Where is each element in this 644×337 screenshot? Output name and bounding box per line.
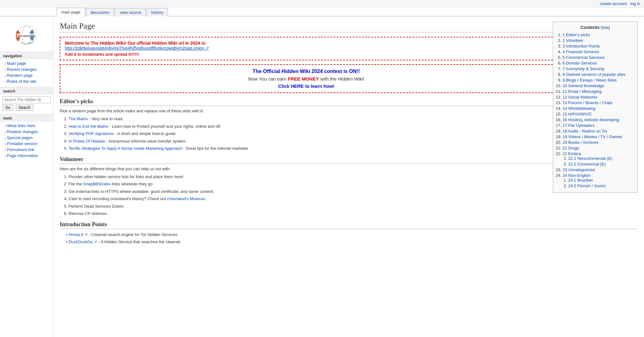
toc-item-16: 16 Hosting, website developing [563, 117, 633, 122]
tab-history[interactable]: history [147, 8, 168, 16]
intro-item-2: DuckDuckGo ↗ - A Hidden Service that sea… [66, 239, 638, 245]
vol-item-5: Perform Dead Services Duties [69, 203, 638, 210]
tools-section-title: tools [0, 114, 53, 121]
vol-item-1: Plunder other hidden service lists for l… [69, 174, 638, 180]
pick-desc-1: - Very nice to read. [89, 116, 123, 121]
pick-item-2: How to Exit the Matrix - Learn how to Pr… [69, 123, 638, 130]
announcement-line1: Welcome to The Hidden Wiki! Our official… [65, 41, 633, 51]
pick-link-4[interactable]: In Praise Of Hawala [69, 139, 105, 143]
pick-link-5[interactable]: Terrific Strategies To Apply A Social me… [69, 146, 182, 151]
tab-main-page[interactable]: main page [57, 8, 85, 16]
toc-item-11: 11 Email / Messaging [563, 89, 633, 94]
go-button[interactable]: Go [3, 104, 13, 111]
log-in-link[interactable]: log in [630, 1, 640, 6]
pick-item-1: The Matrix - Very nice to read. [69, 116, 638, 122]
sidebar-item-what-links-here[interactable]: What links here [0, 123, 53, 129]
announcement-bold: Welcome to The Hidden Wiki! [65, 41, 126, 46]
toc-list: 1 Editor's picks 2 Volunteer 3 Introduct… [563, 32, 633, 188]
ahmia-link[interactable]: Ahmia.fi ↗ [69, 232, 88, 237]
toc-item-24-2: 24.2 Finnish / Suomi [568, 183, 633, 188]
ahmia-desc: - Clearnet search engine for Tor Hidden … [89, 232, 178, 237]
contents-hide-link[interactable]: [hide] [601, 25, 610, 30]
top-bar: create account log in [0, 0, 644, 8]
page-title: Main Page [60, 21, 638, 32]
sidebar-item-main-page[interactable]: Main page [0, 60, 53, 66]
contest-title: The Official Hidden Wiki 2024 contest is… [65, 69, 633, 74]
pick-desc-4: - Anonymous informal value transfer syst… [106, 139, 187, 143]
navigation-list: Main page Recent changes Random page Rul… [0, 59, 53, 86]
vol-item-6: Remove CP shitness. [69, 211, 638, 217]
volunteer-intro: Here are the six different things that y… [60, 166, 638, 171]
logo-icon: The Hidden Wiki [11, 24, 42, 45]
contest-box: The Official Hidden Wiki 2024 contest is… [60, 64, 638, 93]
toc-item-10: 10 General Knowledge [563, 83, 633, 88]
sidebar-item-page-information[interactable]: Page information [0, 153, 53, 159]
search-input[interactable] [3, 96, 51, 103]
duckduckgo-link[interactable]: DuckDuckGo ↗ [69, 239, 97, 244]
volunteer-heading: Volunteer [60, 156, 638, 164]
toc-item-18: 18 Audio - Radios on Tor [563, 129, 633, 133]
pick-link-3[interactable]: Verifying PGP signatures [69, 131, 114, 136]
toc-item-9: 9 Blogs / Essays / News Sites [563, 78, 633, 82]
main-content: Contents [hide] 1 Editor's picks 2 Volun… [53, 16, 644, 337]
page-layout: The Hidden Wiki navigation Main page Rec… [0, 16, 644, 337]
toc-item-6: 6 Domain Services [563, 61, 633, 65]
toc-item-3: 3 Introduction Points [563, 44, 633, 48]
duckduckgo-desc: - A Hidden Service that searches the cle… [98, 239, 180, 244]
toc-item-24-1: 24.1 Brazilian [568, 178, 633, 183]
tab-discussion[interactable]: discussion [86, 8, 114, 16]
pick-item-5: Terrific Strategies To Apply A Social me… [69, 145, 638, 152]
vol-item-4: Care to start recording onionland's hist… [69, 196, 638, 202]
sidebar-item-related-changes[interactable]: Related changes [0, 129, 53, 135]
contest-link[interactable]: Click HERE to learn how! [65, 83, 633, 89]
announcement-rest: Our official Hidden Wiki url in 2024 is: [128, 41, 207, 46]
editors-picks-heading: Editor's picks [60, 98, 638, 106]
tab-view-source[interactable]: view source [115, 8, 146, 16]
vol-item-3: Set external links to HTTPS where availa… [69, 188, 638, 195]
editors-picks-intro: Pick a random page from the article inde… [60, 109, 638, 113]
snap-bbs-link[interactable]: SnapBBSIndex [83, 182, 111, 186]
announcement-url[interactable]: http://zqktlwiuavvqqt4ybvgvi7tyo4hjl5xgf… [65, 46, 209, 51]
free-money-text: FREE MONEY [288, 76, 319, 81]
onionland-museum-link[interactable]: Onionland's Museum [167, 196, 205, 201]
sidebar-item-permanent-link[interactable]: Permanent link [0, 147, 53, 153]
pick-item-3: Verifying PGP signatures - A short and s… [69, 131, 638, 137]
pick-desc-2: - Learn how to Protect yourself and your… [109, 124, 221, 129]
toc-item-1: 1 Editor's picks [563, 32, 633, 37]
tools-list: What links here Related changes Special … [0, 121, 53, 160]
announcement-line2: Add it to bookmarks and spread it!!!!!! [65, 52, 633, 57]
sidebar-item-printable-version[interactable]: Printable version [0, 141, 53, 147]
toc-item-22-1: 22.1 Noncommercial (E) [568, 156, 633, 161]
search-section-title: search [0, 87, 53, 94]
introduction-points-heading: Introduction Points [60, 221, 638, 229]
navigation-section-title: navigation [0, 52, 53, 59]
pick-link-1[interactable]: The Matrix [69, 116, 88, 121]
create-account-link[interactable]: create account [600, 1, 627, 6]
sidebar-item-rules[interactable]: Rules of the site [0, 78, 53, 84]
toc-sublist-24: 24.1 Brazilian 24.2 Finnish / Suomi [568, 178, 633, 188]
sidebar-item-random-page[interactable]: Random page [0, 72, 53, 78]
toc-item-7: 7 Anonymity & Security [563, 66, 633, 71]
announcement-box: Welcome to The Hidden Wiki! Our official… [60, 37, 638, 60]
toc-item-2: 2 Volunteer [563, 38, 633, 43]
sidebar-item-special-pages[interactable]: Special pages [0, 135, 53, 141]
toc-item-24: 24 Non-English 24.1 Brazilian 24.2 Finni… [563, 173, 633, 188]
toc-item-22-2: 22.2 Commercial (E) [568, 162, 633, 166]
pick-desc-3: - A short and simple how-to guide. [115, 131, 177, 136]
pick-item-4: In Praise Of Hawala - Anonymous informal… [69, 138, 638, 144]
search-button[interactable]: Search [16, 104, 33, 111]
contest-link-anchor[interactable]: Click HERE to learn how! [278, 83, 334, 89]
contents-title: Contents [hide] [558, 25, 633, 30]
toc-item-20: 20 Books / Archives [563, 140, 633, 145]
pick-link-2[interactable]: How to Exit the Matrix [69, 124, 108, 129]
toc-item-17: 17 File Uploaders [563, 123, 633, 128]
toc-item-13: 13 Forums / Boards / Chats [563, 100, 633, 105]
sidebar-item-recent-changes[interactable]: Recent changes [0, 66, 53, 72]
toc-sublist-22: 22.1 Noncommercial (E) 22.2 Commercial (… [568, 156, 633, 166]
contest-line: Now You can earn FREE MONEY with the Hid… [65, 76, 633, 81]
tabs-bar: main page discussion view source history [0, 8, 644, 16]
toc-item-14: 14 Whistleblowing [563, 106, 633, 111]
pick-desc-5: - Great tips for the internet marketer [183, 146, 248, 151]
logo-area: The Hidden Wiki [0, 19, 53, 50]
toc-item-8: 8 Darknet versions of popular sites [563, 72, 633, 77]
